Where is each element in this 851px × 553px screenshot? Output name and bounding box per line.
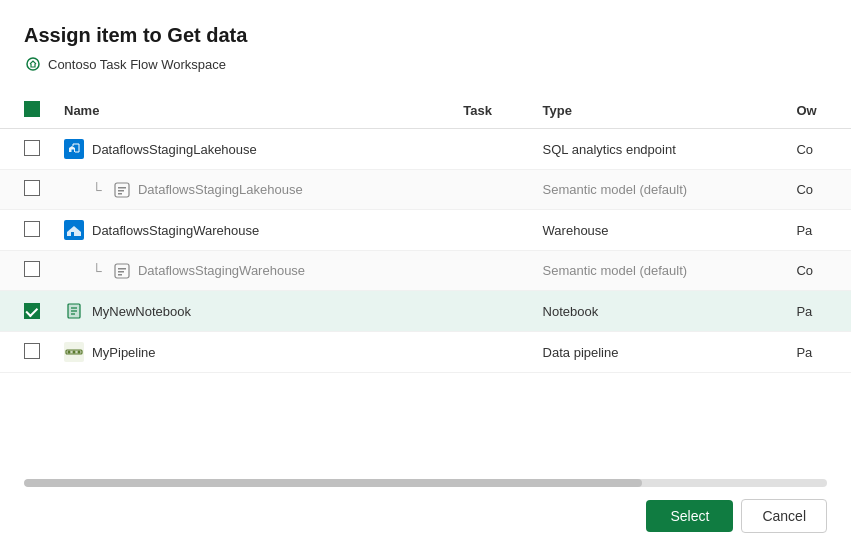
semantic-icon	[114, 182, 130, 198]
row-name: DataflowsStagingWarehouse	[92, 223, 259, 238]
cancel-button[interactable]: Cancel	[741, 499, 827, 533]
row-task	[451, 332, 530, 373]
svg-point-23	[73, 351, 76, 354]
row-checkbox[interactable]	[24, 303, 40, 319]
col-name: Name	[52, 93, 451, 129]
col-task: Task	[451, 93, 530, 129]
header-checkbox[interactable]	[24, 101, 40, 117]
row-checkbox-cell[interactable]	[0, 210, 52, 251]
workspace-label: Contoso Task Flow Workspace	[48, 57, 226, 72]
svg-point-24	[78, 351, 81, 354]
notebook-icon	[64, 301, 84, 321]
row-checkbox-cell[interactable]	[0, 291, 52, 332]
dialog-footer: Select Cancel	[0, 487, 851, 553]
svg-rect-5	[118, 190, 124, 192]
row-name: MyPipeline	[92, 345, 156, 360]
row-type: Semantic model (default)	[531, 251, 785, 291]
pipeline-icon	[64, 342, 84, 362]
row-owner: Co	[784, 251, 851, 291]
row-owner: Pa	[784, 332, 851, 373]
workspace-row: Contoso Task Flow Workspace	[24, 55, 827, 73]
items-table: Name Task Type Ow	[0, 93, 851, 373]
table-container: Name Task Type Ow	[0, 93, 851, 479]
row-checkbox-cell[interactable]	[0, 332, 52, 373]
col-owner: Ow	[784, 93, 851, 129]
table-row[interactable]: MyPipeline Data pipeline Pa	[0, 332, 851, 373]
row-type: Semantic model (default)	[531, 170, 785, 210]
row-type: Warehouse	[531, 210, 785, 251]
svg-rect-11	[118, 271, 124, 273]
table-header-row: Name Task Type Ow	[0, 93, 851, 129]
table-row[interactable]: MyNewNotebook Notebook Pa	[0, 291, 851, 332]
table-row[interactable]: DataflowsStagingLakehouse SQL analytics …	[0, 129, 851, 170]
dialog-title: Assign item to Get data	[24, 24, 827, 47]
row-name-cell: MyPipeline	[52, 332, 451, 373]
scrollbar-thumb[interactable]	[24, 479, 642, 487]
horizontal-scrollbar[interactable]	[24, 479, 827, 487]
table-row[interactable]: └ DataflowsStagingWarehouse	[0, 251, 851, 291]
row-checkbox-cell[interactable]	[0, 251, 52, 291]
tree-corner-icon: └	[92, 182, 102, 198]
row-checkbox[interactable]	[24, 261, 40, 277]
svg-rect-2	[72, 150, 75, 153]
row-checkbox[interactable]	[24, 180, 40, 196]
row-owner: Co	[784, 129, 851, 170]
row-name: MyNewNotebook	[92, 304, 191, 319]
row-owner: Co	[784, 170, 851, 210]
row-name-cell: └ DataflowsStagingLakehouse	[52, 170, 451, 210]
row-checkbox[interactable]	[24, 343, 40, 359]
row-owner: Pa	[784, 291, 851, 332]
table-row[interactable]: DataflowsStagingWarehouse Warehouse Pa	[0, 210, 851, 251]
row-task	[451, 291, 530, 332]
row-name: DataflowsStagingWarehouse	[138, 263, 305, 278]
row-checkbox-cell[interactable]	[0, 170, 52, 210]
svg-point-0	[27, 58, 39, 70]
select-button[interactable]: Select	[646, 500, 733, 532]
svg-rect-12	[118, 274, 122, 276]
row-task	[451, 170, 530, 210]
tree-corner-icon: └	[92, 263, 102, 279]
row-task	[451, 251, 530, 291]
row-name: DataflowsStagingLakehouse	[138, 182, 303, 197]
svg-rect-4	[118, 187, 126, 189]
row-type: Data pipeline	[531, 332, 785, 373]
row-name-cell: DataflowsStagingWarehouse	[52, 210, 451, 251]
col-type: Type	[531, 93, 785, 129]
row-type: Notebook	[531, 291, 785, 332]
row-task	[451, 210, 530, 251]
row-checkbox[interactable]	[24, 221, 40, 237]
svg-rect-6	[118, 193, 122, 195]
workspace-icon	[24, 55, 42, 73]
row-name-cell: DataflowsStagingLakehouse	[52, 129, 451, 170]
row-checkbox-cell[interactable]	[0, 129, 52, 170]
semantic-icon	[114, 263, 130, 279]
dialog-header: Assign item to Get data Contoso Task Flo…	[0, 24, 851, 81]
row-checkbox[interactable]	[24, 140, 40, 156]
svg-point-22	[68, 351, 71, 354]
row-name-cell: MyNewNotebook	[52, 291, 451, 332]
row-name: DataflowsStagingLakehouse	[92, 142, 257, 157]
svg-rect-8	[71, 232, 74, 236]
col-checkbox[interactable]	[0, 93, 52, 129]
warehouse-icon	[64, 220, 84, 240]
row-type: SQL analytics endpoint	[531, 129, 785, 170]
lakehouse-icon	[64, 139, 84, 159]
table-row[interactable]: └ DataflowsStagingLakehouse	[0, 170, 851, 210]
row-name-cell: └ DataflowsStagingWarehouse	[52, 251, 451, 291]
row-task	[451, 129, 530, 170]
svg-rect-10	[118, 268, 126, 270]
assign-item-dialog: Assign item to Get data Contoso Task Flo…	[0, 0, 851, 553]
row-owner: Pa	[784, 210, 851, 251]
